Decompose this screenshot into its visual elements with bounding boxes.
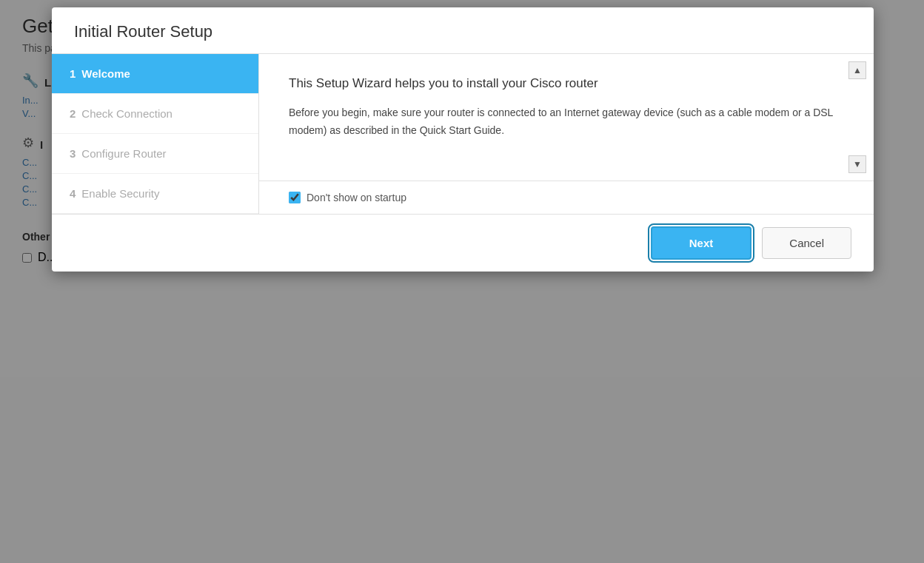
wizard-step-3[interactable]: 3 Configure Router [52, 134, 258, 174]
cancel-button[interactable]: Cancel [762, 227, 851, 259]
content-body: Before you begin, make sure your router … [289, 104, 844, 140]
modal-header: Initial Router Setup [52, 7, 874, 54]
step-4-num: 4 [70, 187, 76, 200]
scroll-up-button[interactable]: ▲ [848, 61, 866, 79]
content-heading: This Setup Wizard helps you to install y… [289, 76, 844, 91]
wizard-step-2[interactable]: 2 Check Connection [52, 94, 258, 134]
modal-title: Initial Router Setup [74, 22, 851, 41]
next-button[interactable]: Next [651, 226, 752, 260]
dont-show-startup-text: Don't show on startup [307, 192, 406, 203]
dont-show-startup-checkbox[interactable] [289, 192, 301, 203]
checkbox-area: Don't show on startup [259, 181, 874, 214]
scroll-down-button[interactable]: ▼ [848, 155, 866, 173]
step-1-label: Welcome [81, 67, 130, 80]
step-3-num: 3 [70, 147, 76, 160]
step-2-label: Check Connection [81, 107, 173, 120]
wizard-step-1[interactable]: 1 Welcome [52, 54, 258, 94]
step-4-label: Enable Security [81, 187, 159, 200]
step-2-num: 2 [70, 107, 76, 120]
wizard-nav: 1 Welcome 2 Check Connection 3 Configure… [52, 54, 259, 214]
modal-footer: Next Cancel [52, 214, 874, 272]
wizard-modal: Initial Router Setup 1 Welcome 2 Check C… [52, 7, 874, 272]
step-1-num: 1 [70, 67, 76, 80]
wizard-content: ▲ This Setup Wizard helps you to install… [259, 54, 874, 214]
wizard-step-4[interactable]: 4 Enable Security [52, 174, 258, 214]
dont-show-startup-label[interactable]: Don't show on startup [289, 192, 406, 203]
modal-body: 1 Welcome 2 Check Connection 3 Configure… [52, 54, 874, 214]
step-3-label: Configure Router [81, 147, 166, 160]
content-scroll-area: ▲ This Setup Wizard helps you to install… [259, 54, 874, 181]
